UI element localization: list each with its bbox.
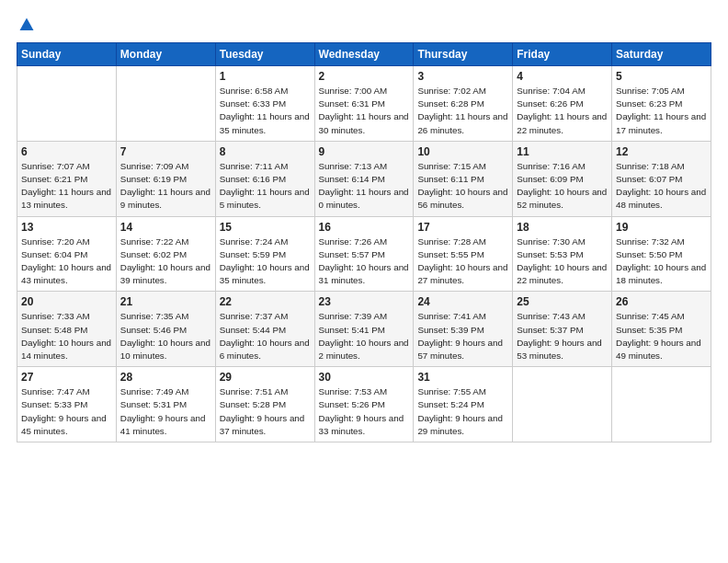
calendar-week-row: 6Sunrise: 7:07 AM Sunset: 6:21 PM Daylig… xyxy=(17,141,711,216)
day-info: Sunrise: 7:53 AM Sunset: 5:26 PM Dayligh… xyxy=(319,385,410,438)
day-number: 1 xyxy=(220,70,311,83)
day-number: 13 xyxy=(21,221,112,234)
calendar-day-cell: 11Sunrise: 7:16 AM Sunset: 6:09 PM Dayli… xyxy=(513,141,612,216)
day-number: 8 xyxy=(220,145,311,158)
calendar-day-cell xyxy=(513,367,612,442)
weekday-header-thursday: Thursday xyxy=(414,43,513,66)
calendar-week-row: 1Sunrise: 6:58 AM Sunset: 6:33 PM Daylig… xyxy=(17,66,711,142)
day-number: 16 xyxy=(319,221,410,234)
calendar-day-cell: 30Sunrise: 7:53 AM Sunset: 5:26 PM Dayli… xyxy=(314,367,414,442)
day-info: Sunrise: 7:45 AM Sunset: 5:35 PM Dayligh… xyxy=(616,310,707,362)
day-number: 18 xyxy=(517,221,608,234)
day-info: Sunrise: 7:04 AM Sunset: 6:26 PM Dayligh… xyxy=(517,85,608,137)
day-info: Sunrise: 7:11 AM Sunset: 6:16 PM Dayligh… xyxy=(220,160,311,213)
calendar-day-cell: 16Sunrise: 7:26 AM Sunset: 5:57 PM Dayli… xyxy=(314,216,414,292)
day-info: Sunrise: 7:24 AM Sunset: 5:59 PM Dayligh… xyxy=(220,236,311,288)
day-number: 5 xyxy=(616,70,707,83)
calendar-day-cell: 19Sunrise: 7:32 AM Sunset: 5:50 PM Dayli… xyxy=(612,216,711,292)
day-number: 25 xyxy=(517,295,608,308)
calendar-day-cell: 4Sunrise: 7:04 AM Sunset: 6:26 PM Daylig… xyxy=(513,66,612,142)
day-info: Sunrise: 7:09 AM Sunset: 6:19 PM Dayligh… xyxy=(120,160,211,213)
calendar-day-cell: 26Sunrise: 7:45 AM Sunset: 5:35 PM Dayli… xyxy=(612,292,711,367)
day-number: 10 xyxy=(417,145,508,158)
day-number: 24 xyxy=(417,295,508,308)
calendar-day-cell: 6Sunrise: 7:07 AM Sunset: 6:21 PM Daylig… xyxy=(17,141,117,216)
calendar-day-cell: 10Sunrise: 7:15 AM Sunset: 6:11 PM Dayli… xyxy=(414,141,513,216)
day-number: 4 xyxy=(517,70,608,83)
weekday-header-friday: Friday xyxy=(513,43,612,66)
day-info: Sunrise: 7:18 AM Sunset: 6:07 PM Dayligh… xyxy=(616,160,707,213)
day-number: 15 xyxy=(220,221,311,234)
day-number: 22 xyxy=(220,295,311,308)
day-info: Sunrise: 7:00 AM Sunset: 6:31 PM Dayligh… xyxy=(319,85,410,137)
logo xyxy=(17,17,35,33)
day-info: Sunrise: 7:22 AM Sunset: 6:02 PM Dayligh… xyxy=(120,236,211,288)
calendar-day-cell: 29Sunrise: 7:51 AM Sunset: 5:28 PM Dayli… xyxy=(215,367,314,442)
day-info: Sunrise: 7:47 AM Sunset: 5:33 PM Dayligh… xyxy=(21,385,112,438)
day-info: Sunrise: 7:26 AM Sunset: 5:57 PM Dayligh… xyxy=(319,236,410,288)
weekday-header-saturday: Saturday xyxy=(612,43,711,66)
day-number: 27 xyxy=(21,371,112,384)
calendar-day-cell: 28Sunrise: 7:49 AM Sunset: 5:31 PM Dayli… xyxy=(116,367,215,442)
calendar-day-cell: 7Sunrise: 7:09 AM Sunset: 6:19 PM Daylig… xyxy=(116,141,215,216)
calendar-day-cell xyxy=(612,367,711,442)
day-info: Sunrise: 7:28 AM Sunset: 5:55 PM Dayligh… xyxy=(417,236,508,288)
calendar-week-row: 20Sunrise: 7:33 AM Sunset: 5:48 PM Dayli… xyxy=(17,292,711,367)
day-number: 3 xyxy=(417,70,508,83)
calendar-day-cell xyxy=(116,66,215,142)
calendar-day-cell: 21Sunrise: 7:35 AM Sunset: 5:46 PM Dayli… xyxy=(116,292,215,367)
calendar-day-cell: 13Sunrise: 7:20 AM Sunset: 6:04 PM Dayli… xyxy=(17,216,117,292)
calendar-header-row: SundayMondayTuesdayWednesdayThursdayFrid… xyxy=(17,43,711,66)
day-info: Sunrise: 7:20 AM Sunset: 6:04 PM Dayligh… xyxy=(21,236,112,288)
day-info: Sunrise: 7:32 AM Sunset: 5:50 PM Dayligh… xyxy=(616,236,707,288)
calendar-week-row: 27Sunrise: 7:47 AM Sunset: 5:33 PM Dayli… xyxy=(17,367,711,442)
day-number: 2 xyxy=(319,70,410,83)
day-info: Sunrise: 7:39 AM Sunset: 5:41 PM Dayligh… xyxy=(319,310,410,362)
day-number: 12 xyxy=(616,145,707,158)
calendar-day-cell: 8Sunrise: 7:11 AM Sunset: 6:16 PM Daylig… xyxy=(215,141,314,216)
day-number: 9 xyxy=(319,145,410,158)
day-info: Sunrise: 7:41 AM Sunset: 5:39 PM Dayligh… xyxy=(417,310,508,362)
day-info: Sunrise: 7:33 AM Sunset: 5:48 PM Dayligh… xyxy=(21,310,112,362)
day-info: Sunrise: 7:02 AM Sunset: 6:28 PM Dayligh… xyxy=(417,85,508,137)
calendar-day-cell: 18Sunrise: 7:30 AM Sunset: 5:53 PM Dayli… xyxy=(513,216,612,292)
day-info: Sunrise: 7:35 AM Sunset: 5:46 PM Dayligh… xyxy=(120,310,211,362)
calendar-day-cell: 5Sunrise: 7:05 AM Sunset: 6:23 PM Daylig… xyxy=(612,66,711,142)
day-number: 17 xyxy=(417,221,508,234)
calendar-day-cell: 23Sunrise: 7:39 AM Sunset: 5:41 PM Dayli… xyxy=(314,292,414,367)
calendar-day-cell: 17Sunrise: 7:28 AM Sunset: 5:55 PM Dayli… xyxy=(414,216,513,292)
calendar-day-cell: 24Sunrise: 7:41 AM Sunset: 5:39 PM Dayli… xyxy=(414,292,513,367)
weekday-header-monday: Monday xyxy=(116,43,215,66)
day-number: 26 xyxy=(616,295,707,308)
day-info: Sunrise: 7:15 AM Sunset: 6:11 PM Dayligh… xyxy=(417,160,508,213)
calendar-day-cell: 27Sunrise: 7:47 AM Sunset: 5:33 PM Dayli… xyxy=(17,367,117,442)
weekday-header-sunday: Sunday xyxy=(17,43,117,66)
day-info: Sunrise: 7:49 AM Sunset: 5:31 PM Dayligh… xyxy=(120,385,211,438)
day-number: 7 xyxy=(120,145,211,158)
calendar-day-cell: 25Sunrise: 7:43 AM Sunset: 5:37 PM Dayli… xyxy=(513,292,612,367)
weekday-header-wednesday: Wednesday xyxy=(314,43,414,66)
calendar-day-cell: 1Sunrise: 6:58 AM Sunset: 6:33 PM Daylig… xyxy=(215,66,314,142)
weekday-header-tuesday: Tuesday xyxy=(215,43,314,66)
day-info: Sunrise: 7:37 AM Sunset: 5:44 PM Dayligh… xyxy=(220,310,311,362)
day-info: Sunrise: 7:30 AM Sunset: 5:53 PM Dayligh… xyxy=(517,236,608,288)
header xyxy=(17,17,711,33)
calendar-day-cell: 14Sunrise: 7:22 AM Sunset: 6:02 PM Dayli… xyxy=(116,216,215,292)
logo-icon xyxy=(18,17,35,33)
calendar-day-cell: 31Sunrise: 7:55 AM Sunset: 5:24 PM Dayli… xyxy=(414,367,513,442)
day-info: Sunrise: 7:05 AM Sunset: 6:23 PM Dayligh… xyxy=(616,85,707,137)
day-info: Sunrise: 7:43 AM Sunset: 5:37 PM Dayligh… xyxy=(517,310,608,362)
day-number: 20 xyxy=(21,295,112,308)
day-number: 29 xyxy=(220,371,311,384)
day-number: 30 xyxy=(319,371,410,384)
calendar-day-cell: 12Sunrise: 7:18 AM Sunset: 6:07 PM Dayli… xyxy=(612,141,711,216)
calendar-day-cell: 20Sunrise: 7:33 AM Sunset: 5:48 PM Dayli… xyxy=(17,292,117,367)
calendar-table: SundayMondayTuesdayWednesdayThursdayFrid… xyxy=(17,42,711,442)
day-info: Sunrise: 7:07 AM Sunset: 6:21 PM Dayligh… xyxy=(21,160,112,213)
calendar-day-cell: 15Sunrise: 7:24 AM Sunset: 5:59 PM Dayli… xyxy=(215,216,314,292)
day-info: Sunrise: 6:58 AM Sunset: 6:33 PM Dayligh… xyxy=(220,85,311,137)
day-info: Sunrise: 7:13 AM Sunset: 6:14 PM Dayligh… xyxy=(319,160,410,213)
day-number: 6 xyxy=(21,145,112,158)
svg-marker-0 xyxy=(20,18,34,31)
calendar-day-cell xyxy=(17,66,117,142)
